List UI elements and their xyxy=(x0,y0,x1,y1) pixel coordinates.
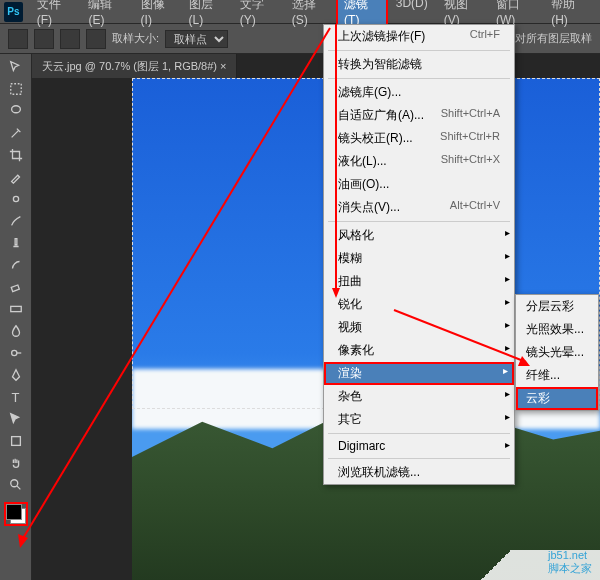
menubar: Ps 文件(F)编辑(E)图像(I)图层(L)文字(Y)选择(S)滤镜(T)3D… xyxy=(0,0,600,24)
submenu-item-纤维[interactable]: 纤维... xyxy=(516,364,598,387)
menu-item-渲染[interactable]: 渲染 xyxy=(324,362,514,385)
filter-menu-dropdown: 上次滤镜操作(F)Ctrl+F转换为智能滤镜滤镜库(G)...自适应广角(A).… xyxy=(323,24,515,485)
history-brush-tool[interactable] xyxy=(3,254,29,276)
menu-item-镜头校正R[interactable]: 镜头校正(R)...Shift+Ctrl+R xyxy=(324,127,514,150)
menu-item-Digimarc[interactable]: Digimarc xyxy=(324,436,514,456)
svg-rect-2 xyxy=(13,196,18,201)
sample-all-layers-label: 对所有图层取样 xyxy=(515,31,592,46)
svg-rect-0 xyxy=(10,84,21,95)
svg-point-7 xyxy=(10,480,17,487)
menu-item-锐化[interactable]: 锐化 xyxy=(324,293,514,316)
fg-color[interactable] xyxy=(6,504,22,520)
pen-tool[interactable] xyxy=(3,364,29,386)
menu-item-转换为智能滤镜[interactable]: 转换为智能滤镜 xyxy=(324,53,514,76)
submenu-item-镜头光晕[interactable]: 镜头光晕... xyxy=(516,341,598,364)
menu-item-杂色[interactable]: 杂色 xyxy=(324,385,514,408)
svg-rect-3 xyxy=(11,285,19,292)
opt-icon-2[interactable] xyxy=(60,29,80,49)
menu-item-视频[interactable]: 视频 xyxy=(324,316,514,339)
eraser-tool[interactable] xyxy=(3,276,29,298)
hand-tool[interactable] xyxy=(3,452,29,474)
menu-separator xyxy=(328,78,510,79)
svg-rect-6 xyxy=(11,437,20,446)
stamp-tool[interactable] xyxy=(3,232,29,254)
menu-item-风格化[interactable]: 风格化 xyxy=(324,224,514,247)
heal-tool[interactable] xyxy=(3,188,29,210)
submenu-item-光照效果[interactable]: 光照效果... xyxy=(516,318,598,341)
menu-item-浏览联机滤镜[interactable]: 浏览联机滤镜... xyxy=(324,461,514,484)
opt-icon-1[interactable] xyxy=(34,29,54,49)
submenu-item-云彩[interactable]: 云彩 xyxy=(516,387,598,410)
shape-tool[interactable] xyxy=(3,430,29,452)
menu-item-模糊[interactable]: 模糊 xyxy=(324,247,514,270)
document-tab[interactable]: 天云.jpg @ 70.7% (图层 1, RGB/8#) × xyxy=(32,54,237,78)
lasso-tool[interactable] xyxy=(3,100,29,122)
menu-item-油画O[interactable]: 油画(O)... xyxy=(324,173,514,196)
menu-separator xyxy=(328,221,510,222)
tool-preset-icon[interactable] xyxy=(8,29,28,49)
type-tool[interactable]: T xyxy=(3,386,29,408)
menu-item-上次滤镜操作F[interactable]: 上次滤镜操作(F)Ctrl+F xyxy=(324,25,514,48)
render-submenu: 分层云彩光照效果...镜头光晕...纤维...云彩 xyxy=(515,294,599,411)
sample-size-select[interactable]: 取样点 xyxy=(165,30,228,48)
menu-item-消失点V[interactable]: 消失点(V)...Alt+Ctrl+V xyxy=(324,196,514,219)
opt-icon-3[interactable] xyxy=(86,29,106,49)
svg-rect-4 xyxy=(10,306,21,311)
menu-separator xyxy=(328,433,510,434)
color-swatch[interactable] xyxy=(4,502,28,526)
menu-帮助[interactable]: 帮助(H) xyxy=(543,0,596,30)
blur-tool[interactable] xyxy=(3,320,29,342)
brush-tool[interactable] xyxy=(3,210,29,232)
dodge-tool[interactable] xyxy=(3,342,29,364)
gradient-tool[interactable] xyxy=(3,298,29,320)
menu-item-液化L[interactable]: 液化(L)...Shift+Ctrl+X xyxy=(324,150,514,173)
zoom-tool[interactable] xyxy=(3,474,29,496)
menu-item-滤镜库G[interactable]: 滤镜库(G)... xyxy=(324,81,514,104)
submenu-item-分层云彩[interactable]: 分层云彩 xyxy=(516,295,598,318)
menu-图像[interactable]: 图像(I) xyxy=(133,0,181,30)
path-tool[interactable] xyxy=(3,408,29,430)
toolbar: T xyxy=(0,54,32,580)
menu-separator xyxy=(328,50,510,51)
menu-文字[interactable]: 文字(Y) xyxy=(232,0,284,30)
svg-point-5 xyxy=(11,350,16,355)
eyedropper-tool[interactable] xyxy=(3,166,29,188)
crop-tool[interactable] xyxy=(3,144,29,166)
menu-item-其它[interactable]: 其它 xyxy=(324,408,514,431)
sample-size-label: 取样大小: xyxy=(112,31,159,46)
watermark: jb51.net脚本之家 xyxy=(548,549,592,576)
svg-point-1 xyxy=(11,106,20,113)
move-tool[interactable] xyxy=(3,56,29,78)
ps-logo: Ps xyxy=(4,2,23,22)
menu-文件[interactable]: 文件(F) xyxy=(29,0,81,30)
wand-tool[interactable] xyxy=(3,122,29,144)
marquee-tool[interactable] xyxy=(3,78,29,100)
menu-item-扭曲[interactable]: 扭曲 xyxy=(324,270,514,293)
menu-item-像素化[interactable]: 像素化 xyxy=(324,339,514,362)
menu-编辑[interactable]: 编辑(E) xyxy=(80,0,132,30)
menu-separator xyxy=(328,458,510,459)
menu-图层[interactable]: 图层(L) xyxy=(181,0,232,30)
menu-item-自适应广角A[interactable]: 自适应广角(A)...Shift+Ctrl+A xyxy=(324,104,514,127)
